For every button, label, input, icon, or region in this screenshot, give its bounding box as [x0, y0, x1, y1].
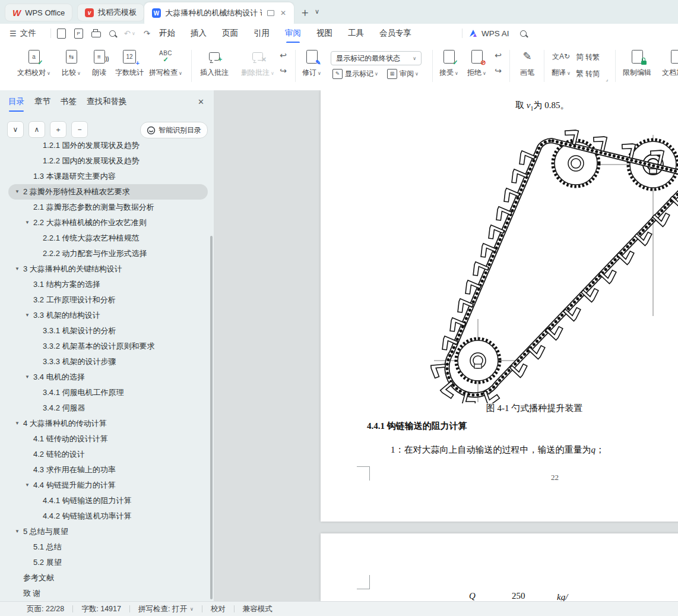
- status-compat-mode[interactable]: 兼容模式: [243, 604, 273, 614]
- toc-item[interactable]: ▼2 蒜瓣外形特性及种植农艺要求: [8, 184, 208, 200]
- collapse-arrow-icon[interactable]: ▼: [15, 184, 20, 200]
- toc-item[interactable]: ▼4 大蒜播种机的传动计算: [0, 416, 209, 431]
- markup-state-dropdown[interactable]: 显示标记的最终状态 ∨: [331, 51, 422, 65]
- reject-button[interactable]: ⊘ 拒绝∨: [463, 48, 490, 84]
- toc-item[interactable]: 2.1 蒜瓣形态参数的测量与数据分析: [0, 200, 209, 215]
- toc-item[interactable]: 4.4.1 钩链输送的阻力计算: [0, 493, 209, 508]
- close-sidebar-icon[interactable]: ✕: [198, 97, 204, 106]
- traditional-to-simplified-button[interactable]: 繁 转简: [576, 67, 600, 81]
- new-tab-button[interactable]: ＋: [299, 5, 311, 20]
- toc-item[interactable]: 1.3 本课题研究主要内容: [0, 169, 209, 184]
- collapse-arrow-icon[interactable]: ▼: [25, 215, 30, 230]
- zoom-out-toc-button[interactable]: −: [71, 121, 88, 138]
- toc-item[interactable]: 3.3.1 机架设计的分析: [0, 323, 209, 339]
- collapse-all-button[interactable]: ∧: [28, 121, 45, 138]
- toc-item[interactable]: 2.2.2 动力配套与作业形式选择: [0, 246, 209, 261]
- hamburger-icon[interactable]: ☰: [9, 29, 17, 38]
- word-count-button[interactable]: 12+ 字数统计: [113, 48, 146, 84]
- next-change-icon[interactable]: ↪: [492, 63, 505, 78]
- toc-item[interactable]: ▼4.4 钩链提升能力的计算: [0, 478, 209, 493]
- menu-tab-member[interactable]: 会员专享: [379, 28, 411, 39]
- sidebar-tab-chapters[interactable]: 章节: [34, 96, 50, 112]
- toc-item[interactable]: 1.2.2 国内的发展现状及趋势: [0, 153, 209, 169]
- show-markup-button[interactable]: ✎ 显示标记∨: [332, 67, 378, 81]
- group-expand-icon[interactable]: ⌟: [606, 76, 608, 82]
- read-aloud-button[interactable]: ≡)) 朗读: [87, 48, 112, 84]
- sidebar-tab-bookmarks[interactable]: 书签: [61, 96, 77, 112]
- file-menu[interactable]: 文件: [20, 28, 36, 39]
- toc-item[interactable]: 3.3.3 机架的设计步骤: [0, 354, 209, 369]
- export-pdf-icon[interactable]: P: [74, 29, 83, 39]
- toc-item[interactable]: 3.4.1 伺服电机工作原理: [0, 385, 209, 400]
- track-changes-button[interactable]: ✎ 修订∨: [299, 48, 325, 84]
- document-canvas[interactable]: 取 v1为 0.85。: [214, 90, 678, 601]
- collapse-arrow-icon[interactable]: ▼: [25, 369, 30, 385]
- toc-item[interactable]: ▼5 总结与展望: [0, 524, 209, 539]
- toc-item[interactable]: ▼3 大蒜播种机的关键结构设计: [0, 261, 209, 277]
- print-icon[interactable]: [91, 29, 101, 37]
- tab-wps-home[interactable]: W WPS Office: [5, 4, 72, 21]
- restrict-edit-button[interactable]: 限制编辑: [619, 48, 655, 84]
- print-preview-icon[interactable]: [109, 30, 116, 37]
- undo-icon[interactable]: ↶∨: [124, 29, 135, 38]
- next-comment-icon[interactable]: ↪: [277, 63, 290, 78]
- status-word-count[interactable]: 字数: 14917: [81, 604, 121, 614]
- pen-button[interactable]: ✎ 画笔: [514, 48, 540, 84]
- toc-item[interactable]: ▼3.3 机架的结构设计: [0, 308, 209, 323]
- close-tab-icon[interactable]: ✕: [280, 9, 286, 17]
- toc-item[interactable]: ▼2.2 大蒜种植机械的作业农艺准则: [0, 215, 209, 230]
- menu-tab-insert[interactable]: 插入: [191, 28, 207, 39]
- status-spell-check[interactable]: 拼写检查: 打开: [138, 604, 187, 614]
- collapse-arrow-icon[interactable]: ▼: [15, 524, 20, 539]
- menu-tab-view[interactable]: 视图: [316, 28, 332, 39]
- toc-item[interactable]: ▼3.4 电机的选择: [0, 369, 209, 385]
- collapse-arrow-icon[interactable]: ▼: [15, 416, 20, 431]
- compare-button[interactable]: ⇆ 比较∨: [57, 48, 85, 84]
- tab-document[interactable]: W 大蒜播种机的机械结构设计 说 ✕: [144, 2, 294, 24]
- collapse-arrow-icon[interactable]: ▼: [15, 261, 20, 277]
- toc-item[interactable]: 3.4.2 伺服器: [0, 400, 209, 416]
- menu-tab-review[interactable]: 审阅: [285, 28, 301, 39]
- spell-check-button[interactable]: ABC✓ 拼写检查∨: [147, 48, 184, 84]
- smart-toc-button[interactable]: 智能识别目录: [140, 122, 208, 138]
- toc-item[interactable]: 5.2 展望: [0, 555, 209, 570]
- toc-item[interactable]: 3.2 工作原理设计和分析: [0, 292, 209, 308]
- zoom-in-toc-button[interactable]: ＋: [50, 121, 66, 138]
- tab-list-chevron-icon[interactable]: ∨: [315, 8, 319, 15]
- accept-button[interactable]: ✓ 接受∨: [435, 48, 462, 84]
- chevron-down-icon[interactable]: ∨: [190, 606, 194, 612]
- collapse-arrow-icon[interactable]: ▼: [25, 478, 30, 493]
- review-pane-button[interactable]: ⊞ 审阅∨: [387, 67, 419, 81]
- prev-comment-icon[interactable]: ↩: [277, 48, 290, 63]
- toc-item[interactable]: 4.2 链轮的设计: [0, 447, 209, 462]
- translate-button[interactable]: 文A↻ 翻译∨: [547, 48, 575, 84]
- page-22[interactable]: 取 v1为 0.85。: [321, 90, 678, 522]
- window-preview-icon[interactable]: [267, 10, 274, 16]
- menu-tab-reference[interactable]: 引用: [254, 28, 270, 39]
- toc-item[interactable]: 4.3 求作用在轴上的功率: [0, 462, 209, 478]
- toc-item[interactable]: 1.2.1 国外的发展现状及趋势: [0, 141, 209, 153]
- toc-item[interactable]: 3.1 结构方案的选择: [0, 277, 209, 292]
- search-icon[interactable]: [520, 30, 527, 37]
- toc-item[interactable]: 参考文献: [0, 570, 209, 586]
- page-23[interactable]: Q 250 kg/: [321, 533, 678, 601]
- insert-comment-button[interactable]: ＋ 插入批注: [196, 48, 233, 84]
- redo-icon[interactable]: ↷: [144, 29, 150, 38]
- toc-item[interactable]: 5.1 总结: [0, 539, 209, 555]
- tab-docer-templates[interactable]: v 找稻壳模板: [77, 4, 144, 21]
- toc-item[interactable]: 4.1 链传动的设计计算: [0, 431, 209, 447]
- toc-item[interactable]: 4.4.2 钩链输送机功率计算: [0, 508, 209, 524]
- menu-tab-page[interactable]: 页面: [222, 28, 238, 39]
- wps-ai-button[interactable]: WPS AI: [481, 29, 509, 38]
- encrypt-button[interactable]: 文档加密: [658, 48, 678, 84]
- toc-item[interactable]: 致 谢: [0, 586, 209, 601]
- menu-tab-home[interactable]: 开始: [159, 28, 175, 39]
- menu-tab-tools[interactable]: 工具: [348, 28, 364, 39]
- status-page[interactable]: 页面: 22/28: [27, 604, 64, 614]
- expand-all-button[interactable]: ∨: [7, 121, 24, 138]
- toc-item[interactable]: 2.2.1 传统大蒜农艺种植规范: [0, 230, 209, 246]
- toc-item[interactable]: 3.3.2 机架基本的设计原则和要求: [0, 339, 209, 354]
- status-proofread[interactable]: 校对: [211, 604, 226, 614]
- doc-proof-button[interactable]: a✓ 文档校对∨: [12, 48, 56, 84]
- sidebar-tab-toc[interactable]: 目录: [8, 96, 24, 112]
